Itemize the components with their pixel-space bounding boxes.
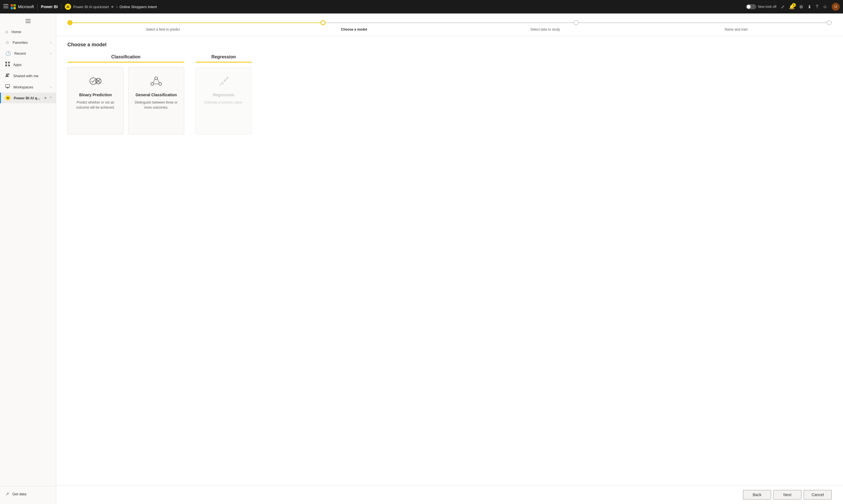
home-icon: ⌂: [5, 29, 8, 34]
sidebar-label-shared: Shared with me: [13, 74, 51, 78]
binary-prediction-card[interactable]: Binary Prediction Predict whether or not…: [67, 67, 124, 134]
breadcrumb: Power BI AI quickstart ❖ > Online Shoppe…: [73, 5, 157, 9]
svg-point-11: [8, 73, 10, 75]
sidebar-label-getdata: Get data: [12, 492, 51, 496]
svg-rect-8: [5, 65, 7, 66]
settings-icon[interactable]: ⚙: [799, 4, 803, 10]
svg-point-29: [224, 80, 225, 82]
regression-header: Regression: [195, 54, 252, 62]
svg-point-32: [227, 77, 228, 78]
svg-line-23: [158, 79, 159, 83]
sidebar-label-recent: Recent: [14, 51, 47, 56]
notification-icon[interactable]: 🔔 1: [789, 4, 795, 10]
regression-card: Regression Estimate a numeric value.: [195, 67, 252, 134]
stepper-label-1: Select a field to predict: [67, 28, 258, 32]
svg-point-28: [223, 83, 224, 85]
toggle-switch[interactable]: [746, 4, 756, 9]
stepper-line-3: [579, 22, 827, 23]
microsoft-label: Microsoft: [18, 4, 34, 9]
binary-prediction-title: Binary Prediction: [79, 93, 112, 97]
svg-point-27: [222, 82, 223, 83]
apps-icon: [5, 62, 10, 67]
svg-rect-6: [5, 62, 7, 64]
powerbi-workspace-icon: AI: [5, 95, 11, 101]
powerbi-label: Power BI: [41, 4, 58, 9]
workspaces-icon: [5, 84, 10, 90]
toggle-label: New look off: [758, 5, 776, 9]
model-content: Classification: [56, 50, 843, 485]
svg-point-10: [6, 73, 8, 75]
new-look-toggle[interactable]: New look off: [746, 4, 776, 9]
notification-badge: 1: [792, 3, 796, 7]
regression-section: Regression: [195, 54, 252, 134]
favorites-arrow: ›: [51, 41, 51, 44]
general-classification-icon: [150, 74, 163, 88]
sidebar-bottom: ↗ Get data: [0, 486, 56, 502]
stepper-label-3: Select data to study: [450, 28, 641, 32]
stepper-dot-2: [321, 20, 326, 25]
hamburger-menu-icon[interactable]: [3, 4, 8, 10]
svg-rect-12: [6, 85, 10, 87]
nav-divider2: [61, 4, 62, 10]
sidebar-item-home[interactable]: ⌂ Home: [0, 26, 56, 37]
sidebar-item-getdata[interactable]: ↗ Get data: [0, 489, 56, 500]
powerbi-arrow: ˅: [50, 96, 51, 100]
recent-arrow: ›: [51, 52, 51, 55]
sidebar-label-home: Home: [12, 30, 51, 34]
stepper-label-4: Name and train: [641, 28, 832, 32]
svg-rect-14: [6, 87, 9, 88]
nav-divider: [37, 4, 38, 10]
sidebar-item-powerbi[interactable]: AI Power BI AI q... ❖ ˅: [0, 93, 56, 103]
stepper-dot-4: [827, 20, 832, 25]
classification-section: Classification: [67, 54, 184, 134]
svg-rect-2: [3, 7, 8, 8]
svg-rect-9: [8, 65, 10, 66]
sidebar-label-workspaces: Workspaces: [13, 85, 47, 89]
cancel-button[interactable]: Cancel: [804, 490, 832, 500]
sidebar-label-powerbi: Power BI AI q...: [14, 96, 41, 100]
regression-title: Regression: [213, 93, 234, 97]
expand-icon[interactable]: ⤢: [781, 4, 785, 10]
binary-prediction-desc: Predict whether or not an outcome will b…: [72, 100, 119, 110]
download-icon[interactable]: ⬇: [808, 4, 811, 10]
feedback-icon[interactable]: ☺: [823, 4, 827, 9]
recent-icon: 🕐: [5, 51, 11, 56]
page-title: Choose a model: [67, 42, 832, 48]
stepper-dot-3: [573, 20, 579, 25]
binary-prediction-icon: [89, 74, 102, 88]
sidebar-hamburger[interactable]: [0, 16, 56, 26]
model-sections: Classification: [67, 54, 832, 134]
microsoft-logo: [11, 4, 16, 9]
svg-line-22: [153, 79, 155, 83]
breadcrumb-part1[interactable]: Power BI AI quickstart: [73, 5, 109, 9]
general-classification-title: General Classification: [135, 93, 177, 97]
svg-point-20: [151, 83, 154, 85]
avatar[interactable]: U: [832, 3, 840, 11]
workspace-badge: AI: [65, 4, 71, 10]
favorites-icon: ☆: [5, 40, 9, 45]
svg-point-26: [220, 84, 221, 85]
svg-point-31: [226, 78, 227, 79]
sidebar-label-apps: Apps: [13, 62, 51, 67]
svg-rect-5: [25, 22, 31, 23]
stepper-track: ✓: [67, 20, 832, 25]
sidebar-item-favorites[interactable]: ☆ Favorites ›: [0, 37, 56, 48]
svg-rect-13: [7, 88, 8, 88]
content-area: ✓ Select a field to predict Choose a mod…: [56, 14, 843, 504]
next-button[interactable]: Next: [773, 490, 802, 500]
general-classification-desc: Distinguish between three or more outcom…: [133, 100, 179, 110]
footer-buttons: Back Next Cancel: [56, 485, 843, 504]
powerbi-diamond-icon: ❖: [44, 96, 47, 100]
getdata-icon: ↗: [5, 491, 9, 497]
sidebar-item-apps[interactable]: Apps: [0, 59, 56, 70]
general-classification-card[interactable]: General Classification Distinguish betwe…: [128, 67, 184, 134]
sidebar-item-workspaces[interactable]: Workspaces ›: [0, 82, 56, 93]
classification-header: Classification: [67, 54, 184, 62]
help-icon[interactable]: ?: [816, 4, 818, 9]
sidebar-item-shared[interactable]: Shared with me: [0, 70, 56, 82]
svg-point-19: [155, 77, 158, 80]
back-button[interactable]: Back: [743, 490, 771, 500]
sidebar-label-favorites: Favorites: [13, 40, 47, 44]
top-navigation: Microsoft Power BI AI Power BI AI quicks…: [0, 0, 843, 14]
sidebar-item-recent[interactable]: 🕐 Recent ›: [0, 48, 56, 59]
